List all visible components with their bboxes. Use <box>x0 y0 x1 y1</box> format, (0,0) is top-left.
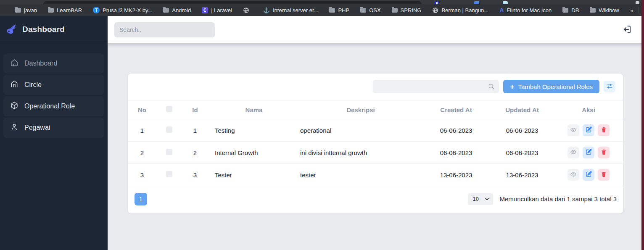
cell-nama: Tester <box>209 164 299 186</box>
cell-deskripsi: tester <box>299 164 422 186</box>
bookmark-label: Android <box>172 7 191 13</box>
globe-icon <box>432 7 438 13</box>
row-checkbox[interactable] <box>166 149 172 155</box>
edit-button[interactable] <box>583 147 594 158</box>
cell-aksi <box>554 142 623 164</box>
table-header-row: No Id Nama Deskripsi Created At Updated … <box>128 100 623 119</box>
sidebar: Dashboard Dashboard <box>0 16 108 250</box>
folder-icon <box>48 8 54 13</box>
divider <box>639 7 639 13</box>
folder-icon <box>163 8 169 13</box>
sidebar-item-operational-role[interactable]: Operational Role <box>3 96 104 116</box>
view-button[interactable] <box>567 124 579 136</box>
sidebar-item-pegawai[interactable]: Pegawai <box>3 118 104 138</box>
bookmark-label: Prusa i3 MK2-X by... <box>103 7 152 13</box>
bookmark-item[interactable]: javan <box>15 7 37 13</box>
brand-title: Dashboard <box>22 25 65 34</box>
column-header-updated-at: Updated At <box>490 100 554 119</box>
bookmark-label: SPRING <box>401 7 422 13</box>
anchor-icon: ⚓ <box>263 8 270 13</box>
delete-button[interactable] <box>598 124 610 136</box>
column-header-nama: Nama <box>209 100 299 119</box>
pagination-page-1-button[interactable]: 1 <box>135 193 147 205</box>
edit-button[interactable] <box>583 124 594 136</box>
bookmarks-overflow-icon[interactable]: » <box>630 7 633 14</box>
view-button[interactable] <box>567 169 579 181</box>
sidebar-item-label: Pegawai <box>24 124 50 132</box>
select-all-checkbox[interactable] <box>166 106 172 112</box>
tab-favicon[interactable] <box>503 1 508 4</box>
bookmark-item[interactable]: C | Laravel <box>202 7 232 13</box>
bookmark-item[interactable] <box>243 7 252 13</box>
sidebar-item-label: Circle <box>24 81 42 89</box>
brand[interactable]: Dashboard <box>0 16 108 43</box>
column-header-id: Id <box>182 100 209 119</box>
delete-button[interactable] <box>598 147 610 158</box>
trash-icon <box>601 171 607 179</box>
delete-button[interactable] <box>598 169 610 181</box>
main-area: + Tambah Operational Roles <box>108 16 644 250</box>
bookmark-item[interactable]: Android <box>163 7 191 13</box>
cell-aksi <box>554 164 623 186</box>
tab-favicon[interactable] <box>636 1 639 4</box>
add-operational-role-button[interactable]: + Tambah Operational Roles <box>503 80 599 93</box>
table-footer: 1 10 <box>128 186 623 213</box>
folder-icon <box>360 8 366 13</box>
per-page-select[interactable]: 10 <box>468 193 493 205</box>
trash-icon <box>601 126 607 134</box>
edit-button[interactable] <box>583 169 594 181</box>
bookmark-item[interactable]: PHP <box>329 7 349 13</box>
bookmark-label: PHP <box>338 7 349 13</box>
bookmark-item[interactable]: OSX <box>360 7 380 13</box>
global-search-input[interactable] <box>114 22 215 37</box>
cell-select <box>156 142 182 164</box>
bookmark-item[interactable]: Wikihow <box>590 7 619 13</box>
eye-icon <box>570 149 577 157</box>
cell-id: 3 <box>182 164 209 186</box>
folder-icon <box>15 8 21 13</box>
folder-icon <box>392 8 398 13</box>
bookmark-label: Wikihow <box>599 7 619 13</box>
bookmark-label: LearnBAR <box>57 7 82 13</box>
sidebar-item-circle[interactable]: Circle <box>3 75 104 95</box>
logout-button[interactable] <box>621 24 632 35</box>
cell-deskripsi: operational <box>299 119 422 142</box>
sidebar-item-dashboard[interactable]: Dashboard <box>3 53 104 74</box>
app-window: Dashboard Dashboard <box>0 16 644 250</box>
bookmark-item[interactable]: ⚓ Internal server er... <box>263 7 319 13</box>
cell-deskripsi: ini divisi intternal growth <box>299 142 422 164</box>
bookmark-item[interactable]: A Flinto for Mac Icon <box>499 7 552 13</box>
cell-select <box>156 164 182 186</box>
thingiverse-icon: T <box>93 7 100 13</box>
bookmark-item[interactable]: LearnBAR <box>48 7 82 13</box>
column-header-deskripsi: Deskripsi <box>299 100 422 119</box>
cell-created-at: 06-06-2023 <box>422 142 490 164</box>
row-checkbox[interactable] <box>166 171 172 177</box>
cell-no: 1 <box>128 119 156 142</box>
table-search-input[interactable] <box>373 80 499 93</box>
operational-roles-card: + Tambah Operational Roles <box>128 74 623 213</box>
cell-nama: Internal Growth <box>209 142 299 164</box>
column-filter-button[interactable] <box>604 81 615 92</box>
table-row: 2 2 Internal Growth ini divisi intternal… <box>128 142 623 164</box>
cell-nama: Testing <box>209 119 299 142</box>
bookmark-item[interactable]: SPRING <box>392 7 422 13</box>
bookmarks-bar: javan LearnBAR T Prusa i3 MK2-X by... An… <box>0 4 644 16</box>
pagination-summary: Memunculkan data dari 1 sampai 3 total 3 <box>500 195 617 203</box>
tab-favicon[interactable] <box>474 1 479 4</box>
cell-created-at: 13-06-2023 <box>422 164 490 186</box>
row-checkbox[interactable] <box>166 126 172 133</box>
bookmark-item[interactable]: DB <box>562 7 579 13</box>
bookmark-item[interactable]: Berman | Bangun... <box>432 7 488 13</box>
column-header-no: No <box>128 100 156 119</box>
person-icon <box>10 123 18 133</box>
tab-favicon[interactable] <box>435 1 439 4</box>
cell-updated-at: 06-06-2023 <box>490 142 554 164</box>
sidebar-item-label: Dashboard <box>24 60 57 67</box>
sidebar-item-label: Operational Role <box>24 103 75 110</box>
cell-select <box>156 119 182 142</box>
edit-icon <box>586 171 592 179</box>
view-button[interactable] <box>567 147 579 158</box>
column-header-aksi: Aksi <box>554 100 623 119</box>
bookmark-item[interactable]: T Prusa i3 MK2-X by... <box>93 7 152 13</box>
